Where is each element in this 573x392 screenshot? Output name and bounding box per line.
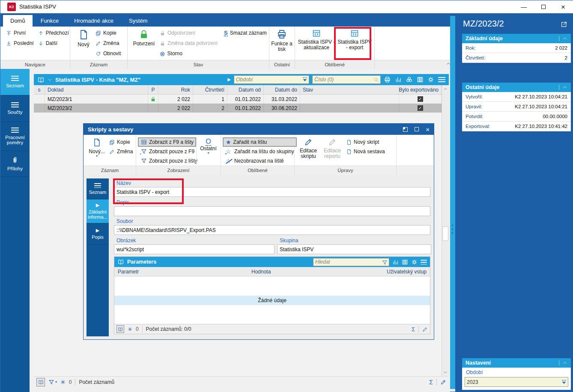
tab-system[interactable]: Systém [122,15,155,27]
section-header[interactable]: Ostatní údaje [462,83,571,92]
dialog-sidebar-zakladni-informace[interactable]: ▶ Základní informa... [87,199,109,223]
col-doklad[interactable]: Doklad [45,85,148,94]
dialog-copy-button[interactable]: Kopie [107,137,135,147]
columns-icon[interactable] [417,76,424,83]
clover-icon[interactable] [406,76,413,83]
gear-icon[interactable] [411,259,418,265]
col-datum-od[interactable]: Datum od [227,85,264,94]
cislo-filter-input[interactable] [314,76,373,83]
tab-hromadne-akce[interactable]: Hromadné akce [67,15,121,27]
nazev-input[interactable] [114,187,430,197]
col-hodnota[interactable]: Hodnota [251,269,358,275]
storno-button[interactable]: ⊗Storno [158,48,222,59]
chart-icon[interactable] [395,76,402,83]
skupina-input[interactable] [277,244,431,254]
dialog-change-button[interactable]: Změna [107,147,135,156]
book-view-button[interactable] [36,378,45,386]
sum-button[interactable]: Σ [429,379,433,385]
zaradit-na-listu-option[interactable]: ★Zařadit na lištu [223,137,297,147]
section-header[interactable]: Základní údaje [462,34,571,43]
sidebar-item-pracovni-pomery[interactable]: Pracovní poměry [0,122,30,151]
editace-skriptu-button[interactable]: Editace skriptu [296,136,320,166]
tab-domu[interactable]: Domů [3,15,33,27]
sum-button[interactable]: Σ [412,327,415,332]
panel-splitter[interactable] [450,16,455,389]
next-button[interactable]: Další [36,38,71,48]
close-icon[interactable]: × [426,126,430,133]
dialog-new-button[interactable]: Nový... ▾ [87,136,107,166]
first-button[interactable]: První [4,28,36,38]
col-s[interactable]: s [34,85,45,94]
statistika-ispv-export-button[interactable]: Statistika ISPV - export [336,27,373,60]
edit-button[interactable] [440,379,446,385]
print-icon[interactable] [384,76,391,83]
snowflake-button[interactable]: ✳ [60,379,66,385]
scrollbar-thumb[interactable] [442,226,448,241]
obdobi-input[interactable] [467,378,560,386]
collapse-button[interactable] [559,36,567,41]
dialog-sidebar-seznam[interactable]: Seznam [87,178,109,199]
unconfirm-button[interactable]: Odpotvrzení [158,28,222,38]
popis-input[interactable] [114,206,430,216]
collapse-button[interactable] [559,360,567,365]
checked-checkbox[interactable]: ✓ [418,96,423,102]
dotted-dropdown-icon[interactable] [302,77,307,82]
last-button[interactable]: Poslední [4,38,36,48]
novy-skript-button[interactable]: Nový skript [344,137,387,147]
dialog-sidebar-popis[interactable]: ▶ Popis [87,223,109,245]
play-icon[interactable]: ▶ [227,77,231,82]
scroll-down-button[interactable] [442,368,449,376]
menu-icon[interactable] [421,260,427,264]
soubor-input[interactable] [114,225,430,235]
table-row[interactable]: MZ/2023/1 2 022 1 01.01.2022 31.03.2022 … [34,95,442,104]
nova-sestava-button[interactable]: Nová sestava [344,147,387,156]
previous-button[interactable]: Předchozí [36,28,71,38]
functions-print-button[interactable]: Funkce a tisk [269,27,294,60]
minimize-button[interactable]: — [514,0,534,13]
edit-button[interactable] [422,327,428,332]
statistika-ispv-aktualizace-button[interactable]: Statistika ISPV - aktualizace [297,27,336,60]
menu-icon[interactable] [438,77,445,82]
maximize-icon[interactable] [415,127,419,131]
funnel-icon[interactable] [382,260,388,265]
nezobrazovat-na-liste-option[interactable]: ☆Nezobrazovat na liště [223,156,297,166]
table-row-selected[interactable]: MZ/2023/2 2 022 2 01.01.2022 30.06.2022 … [34,104,442,113]
parameters-search-input[interactable] [315,259,381,265]
section-header[interactable]: Nastavení [462,358,571,368]
col-rok[interactable]: Rok [158,85,193,94]
maximize-button[interactable] [534,0,553,13]
col-parametr[interactable]: Parametr [114,269,251,275]
zobrazit-f9-a-listy-option[interactable]: Zobrazit z F9 a lišty [138,137,196,147]
confirm-button[interactable]: Potvrzení [130,27,158,60]
collapse-button[interactable] [559,85,567,90]
chevron-down-icon[interactable] [48,77,52,82]
editace-reportu-button[interactable]: Editace reportu [320,136,344,166]
col-p[interactable]: P [148,85,158,94]
undock-icon[interactable] [403,127,408,132]
col-stav[interactable]: Stav [300,85,399,94]
columns-icon[interactable] [402,259,408,265]
tab-funkce[interactable]: Funkce [33,15,66,27]
filter-button[interactable]: ▾ [48,379,57,385]
gear-icon[interactable] [427,76,434,83]
dialog-titlebar[interactable]: Skripty a sestavy × [84,124,434,135]
zobrazit-pouze-listy-option[interactable]: Zobrazit pouze z lišty [138,156,196,166]
zobrazit-pouze-f9-option[interactable]: ▪Zobrazit pouze z F9 [138,147,196,156]
sidebar-item-seznam[interactable]: Seznam [0,69,30,95]
sidebar-item-prilohy[interactable]: Přílohy [0,151,30,177]
book-view-button[interactable] [116,325,124,333]
change-button[interactable]: Změna [93,38,123,48]
snowflake-button[interactable]: ✳ [128,327,132,332]
refresh-button[interactable]: Obnovit [93,48,123,59]
zaradit-na-listu-skupiny-option[interactable]: ☆+Zařadit na lištu do skupiny [223,147,297,156]
checked-checkbox[interactable]: ✓ [418,105,423,111]
dotted-dropdown-icon[interactable] [561,380,567,384]
col-bylo-exportovano[interactable]: Bylo exportováno [399,85,442,94]
delete-record-button[interactable]: SSmazat záznam [222,28,269,38]
ostatni-button[interactable]: O Ostatní ▾ [197,136,220,166]
change-confirm-date-button[interactable]: Změna data potvrzení [158,38,222,48]
copy-button[interactable]: Kopie [93,28,123,38]
external-link-icon[interactable] [561,20,567,28]
close-button[interactable]: × [553,0,573,13]
new-record-button[interactable]: Nový [74,27,93,60]
